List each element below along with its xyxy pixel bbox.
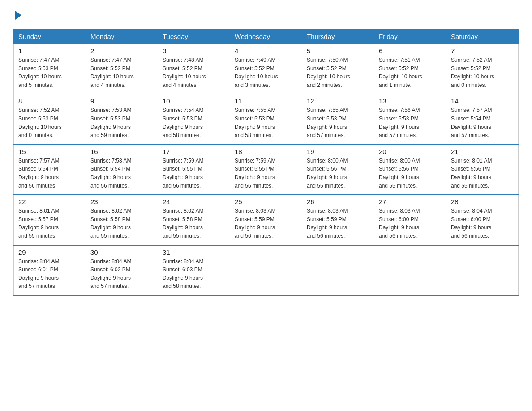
day-info: Sunrise: 7:52 AMSunset: 5:53 PMDaylight:… — [18, 106, 81, 139]
day-number: 7 — [451, 47, 514, 55]
day-info: Sunrise: 8:00 AMSunset: 5:56 PMDaylight:… — [379, 157, 442, 190]
day-number: 4 — [235, 47, 297, 55]
page-header — [13, 9, 519, 20]
calendar-cell: 31Sunrise: 8:04 AMSunset: 6:03 PMDayligh… — [158, 245, 230, 295]
day-number: 11 — [235, 97, 297, 105]
calendar-cell: 25Sunrise: 8:03 AMSunset: 5:59 PMDayligh… — [230, 195, 302, 245]
calendar-cell: 10Sunrise: 7:54 AMSunset: 5:53 PMDayligh… — [158, 94, 230, 144]
weekday-header-row: SundayMondayTuesdayWednesdayThursdayFrid… — [14, 29, 519, 44]
day-info: Sunrise: 8:01 AMSunset: 5:57 PMDaylight:… — [18, 207, 81, 240]
calendar-cell: 4Sunrise: 7:49 AMSunset: 5:52 PMDaylight… — [230, 44, 302, 94]
calendar-cell: 23Sunrise: 8:02 AMSunset: 5:58 PMDayligh… — [86, 195, 158, 245]
day-number: 28 — [451, 198, 514, 206]
day-number: 29 — [18, 248, 81, 256]
day-number: 25 — [235, 198, 297, 206]
calendar-cell: 24Sunrise: 8:02 AMSunset: 5:58 PMDayligh… — [158, 195, 230, 245]
day-info: Sunrise: 8:04 AMSunset: 6:00 PMDaylight:… — [451, 207, 514, 240]
calendar-cell: 27Sunrise: 8:03 AMSunset: 6:00 PMDayligh… — [374, 195, 446, 245]
calendar-cell: 5Sunrise: 7:50 AMSunset: 5:52 PMDaylight… — [302, 44, 374, 94]
weekday-header-friday: Friday — [374, 29, 446, 44]
calendar-cell: 21Sunrise: 8:01 AMSunset: 5:56 PMDayligh… — [446, 145, 519, 195]
day-info: Sunrise: 8:01 AMSunset: 5:56 PMDaylight:… — [451, 157, 514, 190]
day-number: 26 — [307, 198, 369, 206]
day-info: Sunrise: 8:03 AMSunset: 5:59 PMDaylight:… — [307, 207, 369, 240]
day-info: Sunrise: 7:55 AMSunset: 5:53 PMDaylight:… — [235, 106, 297, 139]
weekday-header-wednesday: Wednesday — [230, 29, 302, 44]
calendar-cell — [446, 245, 519, 295]
calendar-table: SundayMondayTuesdayWednesdayThursdayFrid… — [13, 29, 519, 296]
day-info: Sunrise: 7:56 AMSunset: 5:53 PMDaylight:… — [379, 106, 442, 139]
calendar-cell: 6Sunrise: 7:51 AMSunset: 5:52 PMDaylight… — [374, 44, 446, 94]
day-number: 19 — [307, 148, 369, 155]
day-info: Sunrise: 7:58 AMSunset: 5:54 PMDaylight:… — [90, 157, 153, 190]
weekday-header-monday: Monday — [86, 29, 158, 44]
day-info: Sunrise: 7:59 AMSunset: 5:55 PMDaylight:… — [235, 157, 297, 190]
day-info: Sunrise: 7:47 AMSunset: 5:52 PMDaylight:… — [90, 56, 153, 89]
day-info: Sunrise: 7:49 AMSunset: 5:52 PMDaylight:… — [235, 56, 297, 89]
day-info: Sunrise: 7:59 AMSunset: 5:55 PMDaylight:… — [163, 157, 225, 190]
calendar-cell: 19Sunrise: 8:00 AMSunset: 5:56 PMDayligh… — [302, 145, 374, 195]
weekday-header-saturday: Saturday — [446, 29, 519, 44]
calendar-cell: 17Sunrise: 7:59 AMSunset: 5:55 PMDayligh… — [158, 145, 230, 195]
calendar-week-row: 22Sunrise: 8:01 AMSunset: 5:57 PMDayligh… — [14, 195, 519, 245]
calendar-cell: 30Sunrise: 8:04 AMSunset: 6:02 PMDayligh… — [86, 245, 158, 295]
day-info: Sunrise: 8:03 AMSunset: 5:59 PMDaylight:… — [235, 207, 297, 240]
calendar-week-row: 1Sunrise: 7:47 AMSunset: 5:53 PMDaylight… — [14, 44, 519, 94]
day-info: Sunrise: 8:02 AMSunset: 5:58 PMDaylight:… — [90, 207, 153, 240]
day-number: 9 — [90, 97, 153, 105]
day-number: 16 — [90, 148, 153, 155]
day-info: Sunrise: 7:57 AMSunset: 5:54 PMDaylight:… — [451, 106, 514, 139]
calendar-cell: 11Sunrise: 7:55 AMSunset: 5:53 PMDayligh… — [230, 94, 302, 144]
day-info: Sunrise: 7:50 AMSunset: 5:52 PMDaylight:… — [307, 56, 369, 89]
calendar-cell: 29Sunrise: 8:04 AMSunset: 6:01 PMDayligh… — [14, 245, 86, 295]
day-number: 22 — [18, 198, 81, 206]
day-number: 24 — [163, 198, 225, 206]
calendar-cell: 1Sunrise: 7:47 AMSunset: 5:53 PMDaylight… — [14, 44, 86, 94]
day-number: 10 — [163, 97, 225, 105]
calendar-cell: 14Sunrise: 7:57 AMSunset: 5:54 PMDayligh… — [446, 94, 519, 144]
day-info: Sunrise: 8:00 AMSunset: 5:56 PMDaylight:… — [307, 157, 369, 190]
day-number: 5 — [307, 47, 369, 55]
day-number: 2 — [90, 47, 153, 55]
calendar-cell: 8Sunrise: 7:52 AMSunset: 5:53 PMDaylight… — [14, 94, 86, 144]
calendar-cell: 2Sunrise: 7:47 AMSunset: 5:52 PMDaylight… — [86, 44, 158, 94]
day-info: Sunrise: 7:47 AMSunset: 5:53 PMDaylight:… — [18, 56, 81, 89]
calendar-cell: 22Sunrise: 8:01 AMSunset: 5:57 PMDayligh… — [14, 195, 86, 245]
weekday-header-tuesday: Tuesday — [158, 29, 230, 44]
day-info: Sunrise: 7:53 AMSunset: 5:53 PMDaylight:… — [90, 106, 153, 139]
day-number: 18 — [235, 148, 297, 155]
calendar-week-row: 29Sunrise: 8:04 AMSunset: 6:01 PMDayligh… — [14, 245, 519, 295]
calendar-cell: 20Sunrise: 8:00 AMSunset: 5:56 PMDayligh… — [374, 145, 446, 195]
day-info: Sunrise: 8:03 AMSunset: 6:00 PMDaylight:… — [379, 207, 442, 240]
day-number: 23 — [90, 198, 153, 206]
day-number: 1 — [18, 47, 81, 55]
day-info: Sunrise: 8:04 AMSunset: 6:02 PMDaylight:… — [90, 257, 153, 291]
calendar-cell: 3Sunrise: 7:48 AMSunset: 5:52 PMDaylight… — [158, 44, 230, 94]
day-number: 3 — [163, 47, 225, 55]
calendar-week-row: 15Sunrise: 7:57 AMSunset: 5:54 PMDayligh… — [14, 145, 519, 195]
weekday-header-thursday: Thursday — [302, 29, 374, 44]
calendar-cell — [230, 245, 302, 295]
day-number: 30 — [90, 248, 153, 256]
day-number: 8 — [18, 97, 81, 105]
calendar-cell: 12Sunrise: 7:55 AMSunset: 5:53 PMDayligh… — [302, 94, 374, 144]
calendar-cell: 7Sunrise: 7:52 AMSunset: 5:52 PMDaylight… — [446, 44, 519, 94]
day-number: 14 — [451, 97, 514, 105]
day-number: 27 — [379, 198, 442, 206]
day-number: 12 — [307, 97, 369, 105]
day-info: Sunrise: 8:04 AMSunset: 6:01 PMDaylight:… — [18, 257, 81, 291]
calendar-cell — [302, 245, 374, 295]
day-number: 17 — [163, 148, 225, 155]
calendar-cell — [374, 245, 446, 295]
calendar-cell: 18Sunrise: 7:59 AMSunset: 5:55 PMDayligh… — [230, 145, 302, 195]
day-info: Sunrise: 7:51 AMSunset: 5:52 PMDaylight:… — [379, 56, 442, 89]
calendar-cell: 28Sunrise: 8:04 AMSunset: 6:00 PMDayligh… — [446, 195, 519, 245]
day-info: Sunrise: 7:57 AMSunset: 5:54 PMDaylight:… — [18, 157, 81, 190]
calendar-cell: 15Sunrise: 7:57 AMSunset: 5:54 PMDayligh… — [14, 145, 86, 195]
calendar-week-row: 8Sunrise: 7:52 AMSunset: 5:53 PMDaylight… — [14, 94, 519, 144]
logo-triangle-icon — [15, 11, 21, 20]
calendar-cell: 13Sunrise: 7:56 AMSunset: 5:53 PMDayligh… — [374, 94, 446, 144]
calendar-cell: 9Sunrise: 7:53 AMSunset: 5:53 PMDaylight… — [86, 94, 158, 144]
day-info: Sunrise: 8:02 AMSunset: 5:58 PMDaylight:… — [163, 207, 225, 240]
day-number: 15 — [18, 148, 81, 155]
